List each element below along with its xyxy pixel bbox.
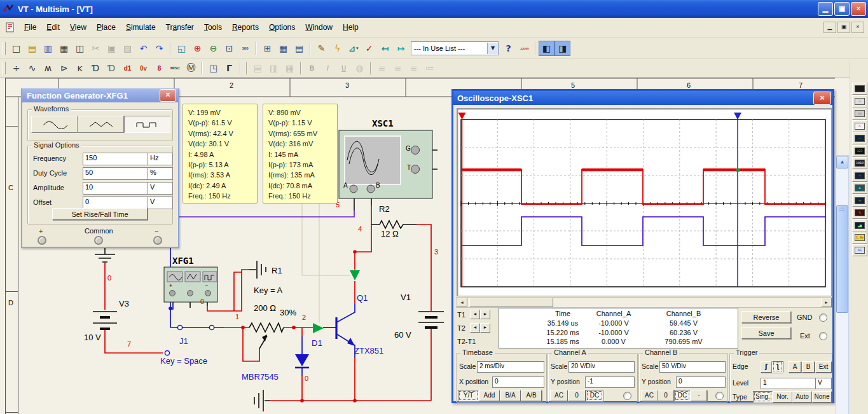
spectrum-analyzer-instrument-icon[interactable]: ▂▅ <box>852 219 867 231</box>
y-position-label: Y position <box>551 378 580 385</box>
scrollbar-grip <box>839 207 844 211</box>
channel-a-0-button[interactable]: 0 <box>568 390 586 401</box>
trigger-source-b-button[interactable]: B <box>802 361 815 373</box>
channel-a-ac-button[interactable]: AC <box>550 390 568 401</box>
scroll-up-button[interactable]: ▲ <box>836 156 848 169</box>
amplitude-input[interactable]: 10 <box>83 182 149 195</box>
reverse-button[interactable]: Reverse <box>741 311 791 323</box>
cursor-t2-left-button[interactable]: ◄ <box>470 323 480 333</box>
oscilloscope-window[interactable]: Oscilloscope-XSC1 × ◄ ► T1◄►T2◄►T2-T1 Ti… <box>451 89 834 403</box>
agilent-oscilloscope-instrument-icon[interactable]: AG <box>852 244 867 256</box>
scale-label: Scale <box>459 362 476 370</box>
channel-b-0-button[interactable]: 0 <box>658 390 674 401</box>
channel-a-radio[interactable] <box>623 392 631 400</box>
wattmeter-instrument-icon[interactable]: ▫▫ <box>852 107 867 120</box>
function-generator-xfg1-icon[interactable] <box>164 267 217 302</box>
trigger-type-none-button[interactable]: None <box>812 391 832 403</box>
channel-b-ac-button[interactable]: AC <box>641 390 658 401</box>
oscilloscope-xsc1-icon[interactable] <box>339 130 432 198</box>
distortion-analyzer-instrument-icon[interactable]: % <box>852 207 867 219</box>
scroll-left-button[interactable]: ◄ <box>457 298 467 307</box>
logic-analyzer-instrument-icon[interactable]: ≈ <box>852 170 867 182</box>
oscilloscope-close-button[interactable]: × <box>813 92 831 105</box>
oscilloscope-display[interactable] <box>457 108 832 296</box>
cursor-row-label-t2: T2 <box>457 324 465 332</box>
oscilloscope-title-bar[interactable]: Oscilloscope-XSC1 × <box>453 91 832 105</box>
frequency-label: Frequency <box>33 155 66 162</box>
function-generator-close-button[interactable]: × <box>160 89 176 102</box>
square-waveform-button[interactable] <box>124 116 170 133</box>
cursor-t1-right-button[interactable]: ► <box>480 310 490 319</box>
offset-input[interactable]: 0 <box>83 197 149 209</box>
frequency-input[interactable]: 150 <box>83 153 149 165</box>
trigger-source-ext-button[interactable]: Ext <box>815 361 832 373</box>
cursor-t1-left-button[interactable]: ◄ <box>470 310 480 319</box>
save-button[interactable]: Save <box>741 327 791 339</box>
plus-terminal[interactable] <box>38 236 46 245</box>
trigger-type-sing-button[interactable]: Sing. <box>753 391 773 403</box>
triangle-waveform-button[interactable] <box>78 116 124 133</box>
bode-plotter-instrument-icon[interactable]: ⌐ <box>852 132 867 144</box>
sine-waveform-button[interactable] <box>31 116 78 133</box>
schematic-workspace[interactable]: 23567CDXSC1XFG1V310 VJ1Key = SpaceR1Key … <box>0 78 868 414</box>
trigger-level-unit: V <box>815 378 832 389</box>
trigger-source-a-button[interactable]: A <box>789 361 801 373</box>
timebase-scale-field[interactable]: 2 ms/Div <box>477 361 544 373</box>
oscilloscope-scrollbar[interactable]: ◄ ► <box>456 297 832 308</box>
trigger-type-auto-button[interactable]: Auto <box>792 391 812 403</box>
timebase-ba-button[interactable]: B/A <box>500 390 521 401</box>
multimeter-instrument-icon[interactable] <box>852 83 867 95</box>
scroll-right-button[interactable]: ► <box>821 298 832 307</box>
timebase-yt-button[interactable]: Y/T <box>458 390 479 401</box>
diode-d1[interactable] <box>295 354 309 368</box>
trigger-panel: TriggerEdgeʃʃABExtLevel1VTypeSing.Nor.Au… <box>729 353 832 403</box>
word-generator-instrument-icon[interactable]: 1010 <box>852 157 867 169</box>
cursor-t2-right-button[interactable]: ► <box>480 323 490 333</box>
level-label: Level <box>733 379 748 387</box>
instruments-toolbar: ∿▫▫∿⌐1231010≈⇄∿%▂▅1.4vAG <box>850 60 868 414</box>
channel-a-y-position-field[interactable]: -1 <box>585 376 635 388</box>
channel-a-panel: Channel AScale20 V/DivY position-1AC0DC <box>548 353 638 403</box>
trigger-type-nor-button[interactable]: Nor. <box>773 391 792 403</box>
channel-b-radio[interactable] <box>715 392 724 400</box>
duty-cycle-input[interactable]: 50 <box>83 167 149 180</box>
common-terminal[interactable] <box>94 236 103 245</box>
channel-b-scale-field[interactable]: 50 V/Div <box>659 361 726 373</box>
channel-b-dc-button[interactable]: DC <box>674 390 691 401</box>
function-generator-title-bar[interactable]: Function Generator-XFG1 × <box>22 88 178 102</box>
transistor-q1[interactable] <box>336 304 355 358</box>
iv-analyzer-instrument-icon[interactable]: ∿ <box>852 195 867 207</box>
channel-b--button[interactable]: - <box>691 390 707 401</box>
trigger-level-field[interactable]: 1 <box>761 378 816 389</box>
scrollbar-thumb[interactable] <box>469 298 553 307</box>
ext-radio[interactable] <box>819 332 827 340</box>
timebase-ab-button[interactable]: A/B <box>521 390 542 401</box>
falling-edge-button[interactable]: ʃ <box>772 361 783 373</box>
logic-converter-instrument-icon[interactable]: ⇄ <box>852 182 867 194</box>
timebase-add-button[interactable]: Add <box>479 390 500 401</box>
oscilloscope-instrument-icon[interactable]: ∿ <box>852 120 867 132</box>
rising-edge-button[interactable]: ʃ <box>761 361 772 373</box>
minus-terminal[interactable] <box>153 236 162 245</box>
wires-blue[interactable] <box>170 247 336 376</box>
channel-a-scale-field[interactable]: 20 V/Div <box>568 361 635 373</box>
channel-a-dc-button[interactable]: DC <box>586 390 603 401</box>
timebase-x-position-field[interactable]: 0 <box>492 376 544 388</box>
edge-label: Edge <box>733 362 748 370</box>
readout-header: Channel_A <box>579 310 649 317</box>
channel-b-panel: Channel BScale50 V/DivY position0AC0DC- <box>638 353 728 403</box>
switch-j1[interactable] <box>165 325 214 355</box>
amplitude-unit: V <box>148 182 173 195</box>
workspace-vertical-scrollbar[interactable]: ▲ ▼ <box>836 155 849 414</box>
frequency-counter-instrument-icon[interactable]: 123 <box>852 145 867 157</box>
agilent-function-generator-instrument-icon[interactable]: 1.4v <box>852 231 867 244</box>
function-generator-dialog[interactable]: Function Generator-XFG1 × Waveforms Sign… <box>21 88 179 248</box>
ground-3 <box>249 261 266 279</box>
gnd-radio[interactable] <box>819 314 827 322</box>
channel-b-y-position-field[interactable]: 0 <box>676 376 726 388</box>
function-generator-instrument-icon[interactable]: ∿ <box>852 95 867 107</box>
wire-channel-a[interactable] <box>177 210 354 217</box>
workspace-scrollbar-thumb[interactable] <box>836 205 848 313</box>
scale-label: Scale <box>551 362 567 370</box>
set-rise-fall-time-button[interactable]: Set Rise/Fall Time <box>52 208 148 220</box>
